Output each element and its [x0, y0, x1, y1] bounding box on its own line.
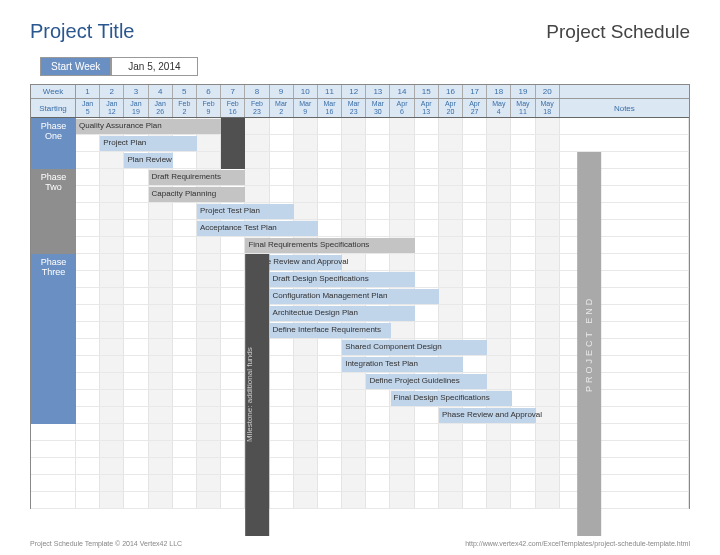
task-bar[interactable]: Final Requirements Specifications	[245, 238, 414, 253]
task-bar[interactable]: Shared Component Design	[342, 340, 487, 355]
footer-right: http://www.vertex42.com/ExcelTemplates/p…	[465, 540, 690, 547]
phase-one-label: PhaseOne	[31, 118, 76, 169]
milestone-2: Milestone: additional funds	[245, 254, 269, 536]
phase-two-label: PhaseTwo	[31, 169, 76, 254]
start-week-input[interactable]: Jan 5, 2014	[111, 57, 197, 76]
task-bar[interactable]: Draft Design Specifications	[270, 272, 415, 287]
week-num-17: 17	[463, 85, 487, 98]
week-num-15: 15	[415, 85, 439, 98]
task-bar[interactable]: Architectue Design Plan	[270, 306, 415, 321]
footer-left: Project Schedule Template © 2014 Vertex4…	[30, 540, 182, 547]
week-date-3: Jan19	[124, 99, 148, 117]
task-bar[interactable]: Quality Assurance Plan	[76, 119, 221, 134]
week-date-7: Feb16	[221, 99, 245, 117]
week-date-11: Mar16	[318, 99, 342, 117]
week-num-19: 19	[511, 85, 535, 98]
week-header: Week	[31, 85, 76, 98]
week-num-9: 9	[270, 85, 294, 98]
week-num-1: 1	[76, 85, 100, 98]
notes-header: Notes	[560, 99, 689, 117]
week-date-13: Mar30	[366, 99, 390, 117]
week-date-17: Apr27	[463, 99, 487, 117]
week-num-4: 4	[149, 85, 173, 98]
week-date-15: Apr13	[415, 99, 439, 117]
week-date-4: Jan26	[149, 99, 173, 117]
start-week-label: Start Week	[40, 57, 111, 76]
week-num-16: 16	[439, 85, 463, 98]
page-subtitle: Project Schedule	[546, 21, 690, 43]
week-date-5: Feb2	[173, 99, 197, 117]
milestone-1	[221, 118, 245, 169]
week-num-12: 12	[342, 85, 366, 98]
page-title: Project Title	[30, 20, 134, 43]
week-date-20: May18	[536, 99, 560, 117]
week-date-12: Mar23	[342, 99, 366, 117]
task-bar[interactable]: Acceptance Test Plan	[197, 221, 318, 236]
week-num-8: 8	[245, 85, 269, 98]
task-bar[interactable]: Configuration Management Plan	[270, 289, 439, 304]
task-bar[interactable]: Plan Review	[124, 153, 172, 168]
week-date-2: Jan12	[100, 99, 124, 117]
week-num-20: 20	[536, 85, 560, 98]
week-date-6: Feb9	[197, 99, 221, 117]
task-bar[interactable]: Project Plan	[100, 136, 197, 151]
week-num-6: 6	[197, 85, 221, 98]
week-date-18: May4	[487, 99, 511, 117]
week-num-2: 2	[100, 85, 124, 98]
week-date-16: Apr20	[439, 99, 463, 117]
week-num-18: 18	[487, 85, 511, 98]
task-row: Project Plan	[31, 135, 689, 152]
task-bar[interactable]: Define Interface Requirements	[270, 323, 391, 338]
week-date-1: Jan5	[76, 99, 100, 117]
gantt-chart: Week 1234567891011121314151617181920 Sta…	[30, 84, 690, 509]
week-date-14: Apr6	[390, 99, 414, 117]
project-end-marker: PROJECT END	[577, 152, 601, 536]
week-date-8: Feb23	[245, 99, 269, 117]
task-bar[interactable]: Integration Test Plan	[342, 357, 463, 372]
task-bar[interactable]: Phase Review and Approval	[439, 408, 536, 423]
starting-header: Starting	[31, 99, 76, 117]
task-row: Quality Assurance Plan	[31, 118, 689, 135]
week-num-3: 3	[124, 85, 148, 98]
task-bar[interactable]: Project Test Plan	[197, 204, 294, 219]
week-num-5: 5	[173, 85, 197, 98]
week-num-14: 14	[390, 85, 414, 98]
task-bar[interactable]: Draft Requirements	[149, 170, 246, 185]
phase-three-label: PhaseThree	[31, 254, 76, 424]
week-num-7: 7	[221, 85, 245, 98]
week-date-10: Mar9	[294, 99, 318, 117]
task-bar[interactable]: Capacity Planning	[149, 187, 246, 202]
week-date-19: May11	[511, 99, 535, 117]
task-bar[interactable]: Final Design Specifications	[391, 391, 512, 406]
week-num-10: 10	[294, 85, 318, 98]
task-bar[interactable]: Define Project Guidelines	[366, 374, 487, 389]
week-num-11: 11	[318, 85, 342, 98]
week-date-9: Mar2	[270, 99, 294, 117]
week-num-13: 13	[366, 85, 390, 98]
